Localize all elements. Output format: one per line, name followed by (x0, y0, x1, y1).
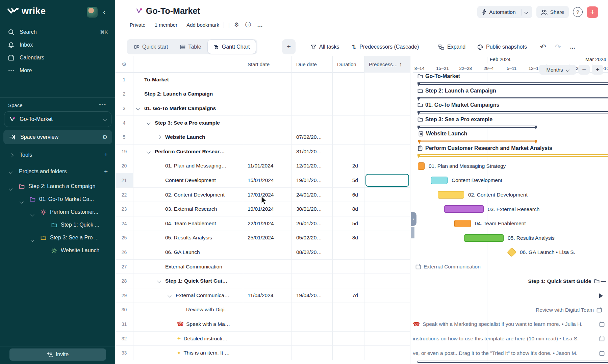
settings-gear-icon[interactable]: ⚙ (231, 21, 242, 28)
task-title[interactable]: Review with Digi… (186, 307, 230, 313)
share-button[interactable]: Share (536, 6, 569, 18)
start-date-cell[interactable]: 15/01/2024 (243, 173, 292, 188)
predecessor-cell[interactable] (364, 130, 410, 145)
task-title[interactable]: 01. Go-To Market Campaigns (144, 105, 216, 111)
row-chevron-right-icon[interactable] (157, 135, 161, 139)
row-chevron-down-icon[interactable] (157, 279, 161, 283)
task-label[interactable]: Speak with a Marketing specialist if you… (423, 321, 597, 327)
row-number[interactable]: 22 (115, 188, 133, 202)
space-selector[interactable]: Go-To-Market (4, 111, 111, 127)
task-bar[interactable] (444, 205, 484, 213)
task-title[interactable]: 01. Plan and Messaging… (165, 163, 227, 169)
due-date-cell[interactable]: 19/04/20… (292, 288, 333, 303)
column-header-predecessors[interactable]: Predecess… ↑ (364, 56, 410, 73)
duration-cell[interactable]: 5d (333, 216, 364, 231)
duration-cell[interactable]: 6d (333, 188, 364, 202)
start-date-cell[interactable] (243, 346, 292, 360)
week-label[interactable]: 29–4 (477, 64, 500, 73)
duration-cell[interactable] (333, 130, 364, 145)
start-date-cell[interactable]: 19/01/2024 (243, 202, 292, 216)
automation-button[interactable]: Automation (477, 6, 532, 18)
sort-button[interactable]: ⇅ Predecessors (Cascade) (352, 38, 419, 56)
due-date-cell[interactable] (292, 116, 333, 130)
due-date-cell[interactable]: 19/01/20… (292, 173, 333, 188)
more-dots-icon[interactable]: … (254, 22, 267, 28)
summary-bar[interactable] (417, 126, 537, 128)
task-title[interactable]: 02. Content Development (165, 192, 225, 198)
sidebar-collapse-icon[interactable]: ‹ (103, 8, 105, 16)
due-date-cell[interactable]: 26/01/20… (292, 216, 333, 231)
row-number[interactable]: 33 (115, 346, 133, 360)
create-button[interactable]: + (587, 6, 598, 18)
row-chevron-down-icon[interactable] (147, 150, 150, 153)
title-cell[interactable]: External Communication (133, 260, 243, 274)
title-cell[interactable]: ✦This is an item. It … (133, 346, 243, 360)
add-view-button[interactable]: + (282, 39, 296, 54)
tree-item[interactable]: Step 1: Quick ... (0, 219, 115, 231)
due-date-cell[interactable] (292, 101, 333, 116)
duration-cell[interactable]: 8d (333, 231, 364, 245)
summary-bar[interactable] (417, 97, 608, 99)
task-title[interactable]: Website Launch (165, 134, 205, 140)
due-date-cell[interactable]: 31/01/20… (292, 145, 333, 159)
task-bar[interactable] (464, 234, 504, 242)
wrike-logo[interactable]: wrike (7, 6, 46, 17)
timescale-dropdown[interactable]: Months (539, 65, 576, 75)
predecessor-cell[interactable] (364, 202, 410, 216)
title-cell[interactable]: External Communica… (133, 288, 243, 303)
task-title[interactable]: Step 1: Quick Start Gui… (165, 278, 227, 284)
invite-button[interactable]: Invite (9, 348, 106, 361)
row-number[interactable]: 29 (115, 288, 133, 303)
task-title[interactable]: 04. Team Enablement (165, 220, 216, 227)
start-date-cell[interactable] (243, 245, 292, 260)
duration-cell[interactable] (333, 260, 364, 274)
public-snapshots-button[interactable]: Public snapshots (477, 38, 527, 56)
duration-cell[interactable] (333, 73, 364, 87)
row-number[interactable]: 30 (115, 303, 133, 317)
due-date-cell[interactable] (292, 317, 333, 332)
duration-cell[interactable] (333, 145, 364, 159)
chevron-down-icon[interactable] (524, 10, 528, 14)
table-settings-gear-icon[interactable]: ⚙ (115, 56, 133, 73)
sidebar-item-inbox[interactable]: Inbox (0, 39, 115, 51)
predecessor-cell[interactable] (364, 87, 410, 102)
due-date-cell[interactable] (292, 87, 333, 102)
task-bar[interactable] (438, 191, 464, 199)
row-number[interactable]: 20 (115, 159, 133, 174)
start-date-cell[interactable] (243, 303, 292, 317)
summary-bar[interactable] (417, 361, 608, 363)
task-title[interactable]: 05. Results Analysis (165, 235, 212, 241)
predecessor-cell[interactable] (364, 231, 410, 245)
column-header-due[interactable]: Due date (292, 56, 333, 73)
start-date-cell[interactable]: 11/04/2024 (243, 288, 292, 303)
row-number[interactable]: 24 (115, 216, 133, 231)
row-number[interactable]: 25 (115, 231, 133, 245)
task-title[interactable]: Content Development (165, 177, 216, 183)
title-cell[interactable]: 06. GA Launch (133, 245, 243, 260)
predecessor-cell[interactable] (364, 101, 410, 116)
row-number[interactable]: 27 (115, 260, 133, 274)
predecessor-cell[interactable] (364, 116, 410, 130)
task-label[interactable]: External Communication (424, 264, 481, 270)
milestone-diamond[interactable] (507, 248, 516, 257)
title-cell[interactable]: Website Launch (133, 130, 243, 145)
chevron-down-icon[interactable] (30, 238, 34, 242)
sidebar-section-projects[interactable]: Projects and folders + (0, 166, 115, 177)
summary-bar[interactable] (417, 154, 608, 157)
title-cell[interactable]: Step 2: Launch a Campaign (133, 87, 243, 102)
members-label[interactable]: 1 member (150, 22, 182, 28)
predecessor-cell[interactable] (364, 188, 410, 202)
title-cell[interactable]: 03. External Research (133, 202, 243, 216)
start-date-cell[interactable] (243, 274, 292, 288)
tree-item[interactable]: Step 3: See a Pro ... (0, 232, 115, 244)
predecessor-cell[interactable] (364, 317, 410, 332)
row-number[interactable]: 19 (115, 145, 133, 159)
predecessor-cell[interactable] (364, 159, 410, 174)
row-number[interactable]: 26 (115, 245, 133, 260)
predecessor-cell[interactable] (364, 274, 410, 288)
column-header-start[interactable]: Start date (243, 56, 292, 73)
task-title[interactable]: This is an item. It … (183, 350, 230, 356)
due-date-cell[interactable] (292, 303, 333, 317)
row-chevron-down-icon[interactable] (168, 293, 171, 297)
offscreen-task-arrow-icon[interactable] (599, 293, 603, 298)
